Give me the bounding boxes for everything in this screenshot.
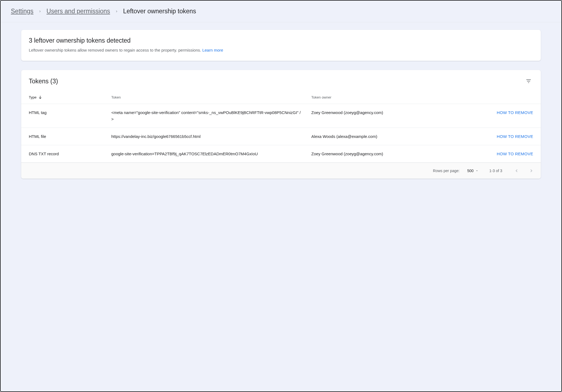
cell-owner: Zoey Greenwood (zoeyg@agency.com) <box>307 104 463 128</box>
cell-owner: Alexa Woods (alexa@example.com) <box>307 128 463 145</box>
how-to-remove-button[interactable]: HOW TO REMOVE <box>497 110 533 115</box>
info-body: Leftover ownership tokens allow removed … <box>29 47 533 53</box>
cell-type: HTML file <box>21 128 107 145</box>
table-row: HTML tag <meta name="google-site-verific… <box>21 104 541 128</box>
chevron-right-icon <box>115 10 118 13</box>
cell-type: DNS TXT record <box>21 145 107 163</box>
col-action-header <box>463 89 541 104</box>
chevron-left-icon <box>514 168 519 173</box>
tokens-table: Type Token Token owner HTML ta <box>21 89 541 163</box>
cell-type: HTML tag <box>21 104 107 128</box>
learn-more-link[interactable]: Learn more <box>202 48 223 52</box>
pagination: Rows per page: 500 1-3 of 3 <box>21 163 541 179</box>
breadcrumb-settings[interactable]: Settings <box>11 8 33 15</box>
table-title: Tokens (3) <box>29 78 58 85</box>
col-type-label: Type <box>29 95 36 99</box>
cell-token: google-site-verification=TPPA2TBf9j_qAK7… <box>107 145 307 163</box>
cell-token: https://vandelay-inc.biz/google6766561b5… <box>107 128 307 145</box>
table-row: DNS TXT record google-site-verification=… <box>21 145 541 163</box>
rows-per-page-value: 500 <box>467 169 473 173</box>
breadcrumb-current: Leftover ownership tokens <box>123 8 196 15</box>
chevron-right-icon <box>38 10 42 13</box>
col-owner-header[interactable]: Token owner <box>307 89 463 104</box>
pagination-range: 1-3 of 3 <box>489 169 502 173</box>
breadcrumb: Settings Users and permissions Leftover … <box>1 1 561 22</box>
svg-rect-1 <box>527 81 530 81</box>
rows-per-page-label: Rows per page: <box>433 169 460 173</box>
info-card: 3 leftover ownership tokens detected Lef… <box>21 30 541 61</box>
how-to-remove-button[interactable]: HOW TO REMOVE <box>497 134 533 139</box>
svg-rect-2 <box>528 83 529 83</box>
cell-owner: Zoey Greenwood (zoeyg@agency.com) <box>307 145 463 163</box>
col-type-header[interactable]: Type <box>21 89 107 104</box>
next-page-button[interactable] <box>528 167 535 174</box>
svg-rect-0 <box>526 80 531 80</box>
col-token-header[interactable]: Token <box>107 89 307 104</box>
info-body-text: Leftover ownership tokens allow removed … <box>29 48 202 52</box>
caret-down-icon <box>475 169 479 172</box>
cell-token: <meta name="google-site-verification" co… <box>107 104 307 128</box>
info-title: 3 leftover ownership tokens detected <box>29 37 533 44</box>
table-row: HTML file https://vandelay-inc.biz/googl… <box>21 128 541 145</box>
filter-icon[interactable] <box>524 77 533 86</box>
how-to-remove-button[interactable]: HOW TO REMOVE <box>497 151 533 156</box>
tokens-card: Tokens (3) Type <box>21 70 541 179</box>
breadcrumb-users-permissions[interactable]: Users and permissions <box>46 8 110 15</box>
arrow-down-icon <box>38 95 42 99</box>
rows-per-page-select[interactable]: 500 <box>467 169 478 173</box>
prev-page-button[interactable] <box>513 167 520 174</box>
chevron-right-icon <box>529 168 534 173</box>
